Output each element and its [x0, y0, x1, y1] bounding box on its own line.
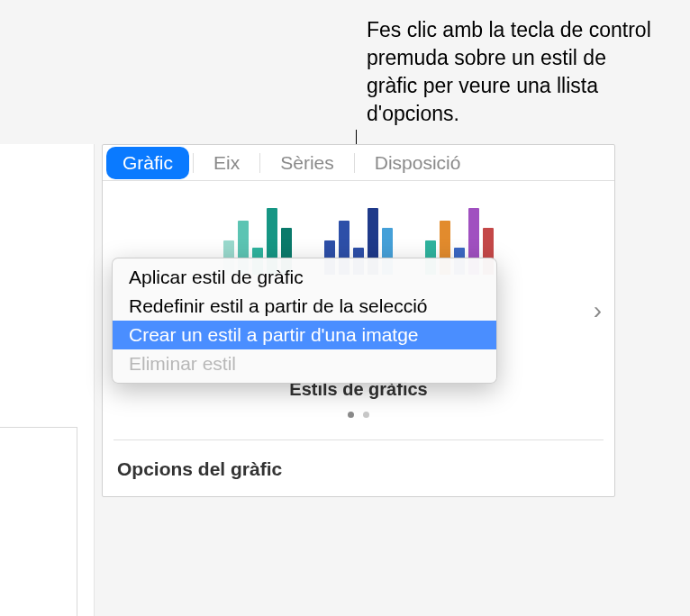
menu-item-apply-style[interactable]: Aplicar estil de gràfic [113, 263, 496, 292]
tab-series[interactable]: Sèries [264, 147, 350, 179]
context-menu: Aplicar estil de gràfic Redefinir estil … [112, 258, 497, 384]
callout-text: Fes clic amb la tecla de control premuda… [367, 16, 655, 128]
tab-separator [259, 153, 260, 173]
pagination-dots [112, 405, 605, 421]
tab-bar: Gràfic Eix Sèries Disposició [103, 145, 614, 181]
menu-item-create-from-image[interactable]: Crear un estil a partir d'una imatge [113, 321, 496, 349]
format-sidebar-panel: Gràfic Eix Sèries Disposició [102, 144, 615, 497]
menu-item-redefine-style[interactable]: Redefinir estil a partir de la selecció [113, 292, 496, 321]
tab-eix[interactable]: Eix [197, 147, 256, 179]
page-dot-1[interactable] [348, 412, 354, 418]
tab-disposicio[interactable]: Disposició [359, 147, 477, 179]
next-styles-arrow-icon[interactable]: › [586, 289, 609, 332]
page-dot-2[interactable] [363, 412, 369, 418]
tab-separator [193, 153, 194, 173]
chart-options-title: Opcions del gràfic [103, 440, 614, 496]
tab-separator [354, 153, 355, 173]
tab-grafic[interactable]: Gràfic [106, 147, 189, 179]
menu-item-delete-style: Eliminar estil [113, 349, 496, 378]
chart-styles-area: › Aplicar estil de gràfic Redefinir esti… [103, 181, 614, 439]
document-corner [0, 427, 77, 616]
